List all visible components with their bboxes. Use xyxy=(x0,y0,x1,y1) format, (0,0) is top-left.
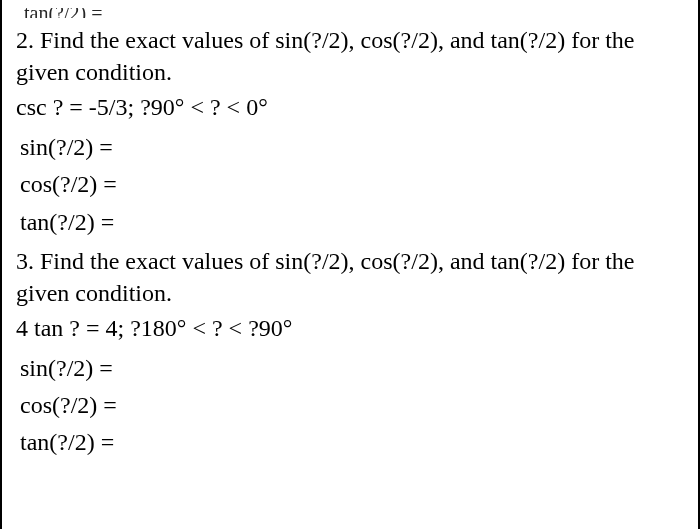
question-3: 3. Find the exact values of sin(?/2), co… xyxy=(16,245,684,462)
q2-condition: csc ? = -5/3; ?90° < ? < 0° xyxy=(16,91,684,123)
q3-prompt: 3. Find the exact values of sin(?/2), co… xyxy=(16,245,684,310)
q3-cos-line: cos(?/2) = xyxy=(16,387,684,424)
page-container: tan(?/2) = 2. Find the exact values of s… xyxy=(0,0,700,529)
q3-tan-line: tan(?/2) = xyxy=(16,424,684,461)
q2-tan-line: tan(?/2) = xyxy=(16,204,684,241)
q3-sin-line: sin(?/2) = xyxy=(16,350,684,387)
q3-condition: 4 tan ? = 4; ?180° < ? < ?90° xyxy=(16,312,684,344)
q2-prompt: 2. Find the exact values of sin(?/2), co… xyxy=(16,24,684,89)
cutoff-previous-line: tan(?/2) = xyxy=(16,8,684,18)
question-2: 2. Find the exact values of sin(?/2), co… xyxy=(16,24,684,241)
q2-sin-line: sin(?/2) = xyxy=(16,129,684,166)
q2-cos-line: cos(?/2) = xyxy=(16,166,684,203)
